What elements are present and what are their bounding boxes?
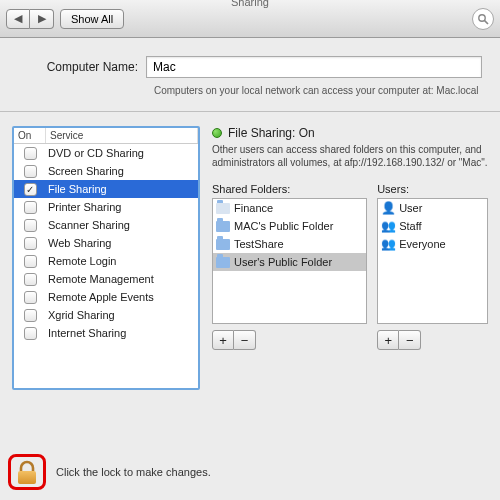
services-list: On Service DVD or CD SharingScreen Shari…: [12, 126, 200, 390]
folder-icon: [216, 203, 230, 214]
folder-icon: [216, 221, 230, 232]
service-label: Internet Sharing: [46, 327, 198, 339]
search-wrap: [472, 8, 494, 30]
service-row[interactable]: Remote Management: [14, 270, 198, 288]
lock-highlight: [8, 454, 46, 490]
main-content: On Service DVD or CD SharingScreen Shari…: [0, 112, 500, 398]
users-label: Users:: [377, 183, 488, 195]
service-row[interactable]: Xgrid Sharing: [14, 306, 198, 324]
service-label: Printer Sharing: [46, 201, 198, 213]
service-checkbox[interactable]: [14, 327, 46, 340]
lock-area: Click the lock to make changes.: [8, 454, 211, 490]
service-label: DVD or CD Sharing: [46, 147, 198, 159]
computer-name-hint: Computers on your local network can acce…: [154, 84, 482, 97]
users-add-button[interactable]: +: [377, 330, 399, 350]
user-item[interactable]: 👥Everyone: [378, 235, 487, 253]
show-all-button[interactable]: Show All: [60, 9, 124, 29]
shared-folder-item[interactable]: MAC's Public Folder: [213, 217, 366, 235]
user-label: User: [399, 202, 422, 214]
service-row[interactable]: Web Sharing: [14, 234, 198, 252]
service-checkbox[interactable]: [14, 219, 46, 232]
service-label: File Sharing: [46, 183, 198, 195]
svg-point-0: [479, 15, 485, 21]
service-label: Scanner Sharing: [46, 219, 198, 231]
service-label: Screen Sharing: [46, 165, 198, 177]
computer-name-label: Computer Name:: [18, 60, 146, 74]
detail-pane: File Sharing: On Other users can access …: [212, 126, 488, 390]
status-title: File Sharing: On: [228, 126, 315, 140]
shared-add-button[interactable]: +: [212, 330, 234, 350]
service-checkbox[interactable]: [14, 291, 46, 304]
users-column: Users: 👤User👥Staff👥Everyone + −: [377, 183, 488, 350]
user-icon: 👤: [381, 201, 395, 215]
shared-folder-item[interactable]: Finance: [213, 199, 366, 217]
col-on[interactable]: On: [14, 128, 46, 143]
service-checkbox[interactable]: [14, 255, 46, 268]
service-row[interactable]: DVD or CD Sharing: [14, 144, 198, 162]
col-service[interactable]: Service: [46, 128, 198, 143]
users-list[interactable]: 👤User👥Staff👥Everyone: [377, 198, 488, 324]
lock-text: Click the lock to make changes.: [56, 466, 211, 478]
computer-name-section: Computer Name: Computers on your local n…: [0, 38, 500, 112]
service-checkbox[interactable]: [14, 201, 46, 214]
users-remove-button[interactable]: −: [399, 330, 421, 350]
shared-folder-item[interactable]: TestShare: [213, 235, 366, 253]
user-label: Everyone: [399, 238, 445, 250]
folder-icon: [216, 257, 230, 268]
folder-icon: [216, 239, 230, 250]
service-label: Xgrid Sharing: [46, 309, 198, 321]
folder-label: User's Public Folder: [234, 256, 332, 268]
forward-button[interactable]: ▶: [30, 9, 54, 29]
service-label: Remote Login: [46, 255, 198, 267]
service-row[interactable]: Printer Sharing: [14, 198, 198, 216]
user-item[interactable]: 👤User: [378, 199, 487, 217]
folder-label: Finance: [234, 202, 273, 214]
search-icon[interactable]: [472, 8, 494, 30]
service-checkbox[interactable]: [14, 147, 46, 160]
status-indicator-icon: [212, 128, 222, 138]
nav-group: ◀ ▶: [6, 9, 54, 29]
service-row[interactable]: Screen Sharing: [14, 162, 198, 180]
user-item[interactable]: 👥Staff: [378, 217, 487, 235]
service-row[interactable]: Scanner Sharing: [14, 216, 198, 234]
service-label: Web Sharing: [46, 237, 198, 249]
computer-name-input[interactable]: [146, 56, 482, 78]
shared-folders-label: Shared Folders:: [212, 183, 367, 195]
svg-line-1: [485, 21, 488, 24]
service-checkbox[interactable]: [14, 237, 46, 250]
service-row[interactable]: Remote Login: [14, 252, 198, 270]
service-label: Remote Management: [46, 273, 198, 285]
service-label: Remote Apple Events: [46, 291, 198, 303]
user-label: Staff: [399, 220, 421, 232]
lock-icon[interactable]: [16, 460, 38, 486]
service-checkbox[interactable]: [14, 309, 46, 322]
shared-folders-list[interactable]: FinanceMAC's Public FolderTestShareUser'…: [212, 198, 367, 324]
status-description: Other users can access shared folders on…: [212, 144, 488, 169]
shared-folders-column: Shared Folders: FinanceMAC's Public Fold…: [212, 183, 367, 350]
shared-remove-button[interactable]: −: [234, 330, 256, 350]
toolbar: Sharing ◀ ▶ Show All: [0, 0, 500, 38]
status-line: File Sharing: On: [212, 126, 488, 140]
back-button[interactable]: ◀: [6, 9, 30, 29]
service-row[interactable]: ✓File Sharing: [14, 180, 198, 198]
service-checkbox[interactable]: [14, 165, 46, 178]
folder-label: TestShare: [234, 238, 284, 250]
service-row[interactable]: Remote Apple Events: [14, 288, 198, 306]
svg-rect-2: [18, 471, 36, 484]
shared-folder-item[interactable]: User's Public Folder: [213, 253, 366, 271]
user-icon: 👥: [381, 219, 395, 233]
folder-label: MAC's Public Folder: [234, 220, 333, 232]
service-checkbox[interactable]: ✓: [14, 183, 46, 196]
services-header: On Service: [14, 128, 198, 144]
service-row[interactable]: Internet Sharing: [14, 324, 198, 342]
window-title: Sharing: [0, 0, 500, 8]
user-icon: 👥: [381, 237, 395, 251]
service-checkbox[interactable]: [14, 273, 46, 286]
